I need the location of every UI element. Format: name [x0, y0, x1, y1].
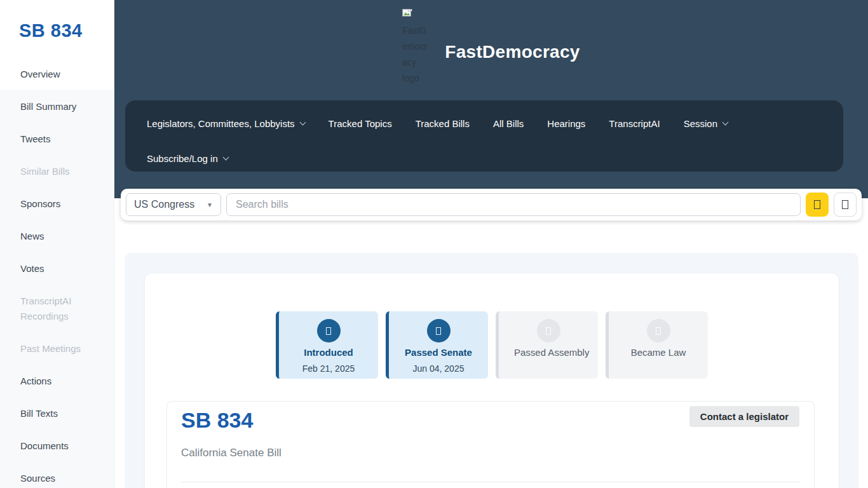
check-icon	[326, 327, 331, 335]
step-date: Feb 21, 2025	[279, 363, 378, 374]
step-status-icon	[427, 319, 451, 342]
nav-transcriptai[interactable]: TranscriptAI	[609, 118, 660, 129]
magnifier-icon	[814, 200, 820, 209]
sidebar-item-sponsors[interactable]: Sponsors	[0, 187, 114, 220]
site-header: FastDemocracy logo FastDemocracy Legisla…	[114, 0, 868, 198]
main-nav: Legislators, Committees, Lobbyists Track…	[125, 100, 843, 172]
sidebar-item-transcriptai-recordings: TranscriptAI Recordings	[0, 285, 114, 332]
chevron-down-icon	[222, 154, 229, 160]
timeline-step-became-law: Became Law	[606, 311, 708, 379]
bill-overview-card: Introduced Feb 21, 2025 Passed Senate Ju…	[145, 273, 839, 488]
sidebar-item-similar-bills: Similar Bills	[0, 155, 114, 187]
logo-alt-text: FastDemocracy logo	[402, 25, 427, 83]
select-arrow-icon: ▼	[207, 201, 213, 208]
logo-row: FastDemocracy logo FastDemocracy	[114, 6, 868, 91]
timeline-step-passed-senate: Passed Senate Jun 04, 2025	[386, 311, 488, 379]
nav-tracked-bills[interactable]: Tracked Bills	[416, 118, 470, 129]
nav-tracked-topics[interactable]: Tracked Topics	[329, 118, 392, 129]
divider	[181, 482, 800, 482]
region-select-value: US Congress	[134, 199, 194, 210]
nav-subscribe-login[interactable]: Subscribe/Log in	[147, 153, 228, 164]
sidebar-item-bill-texts[interactable]: Bill Texts	[0, 397, 114, 430]
clipboard-button[interactable]	[834, 193, 857, 217]
sidebar-item-actions[interactable]: Actions	[0, 365, 114, 397]
bill-detail-card: SB 834 Contact a legislator California S…	[166, 401, 815, 488]
sidebar-item-bill-summary[interactable]: Bill Summary	[0, 90, 114, 123]
search-button[interactable]	[806, 193, 829, 217]
sidebar-nav: Overview Bill Summary Tweets Similar Bil…	[0, 58, 114, 488]
search-input[interactable]	[226, 193, 801, 216]
sidebar-item-past-meetings: Past Meetings	[0, 332, 114, 365]
bill-subtitle: California Senate Bill	[181, 447, 281, 459]
step-status-icon	[537, 319, 560, 342]
brand-title: FastDemocracy	[445, 42, 580, 62]
check-icon	[436, 327, 441, 335]
step-status-icon	[317, 319, 341, 342]
sidebar-item-documents[interactable]: Documents	[0, 430, 114, 462]
nav-session[interactable]: Session	[684, 118, 728, 129]
region-select[interactable]: US Congress ▼	[126, 193, 221, 216]
bill-number-title: SB 834	[181, 408, 253, 433]
contact-legislator-button[interactable]: Contact a legislator	[689, 406, 799, 427]
content-panel: Introduced Feb 21, 2025 Passed Senate Ju…	[125, 253, 858, 488]
bill-search-bar: US Congress ▼	[121, 189, 862, 220]
nav-hearings[interactable]: Hearings	[547, 118, 585, 129]
timeline-step-introduced: Introduced Feb 21, 2025	[276, 311, 378, 379]
broken-logo-image[interactable]: FastDemocracy logo	[402, 6, 429, 91]
sidebar-item-sources[interactable]: Sources	[0, 462, 114, 488]
sidebar-item-votes[interactable]: Votes	[0, 252, 114, 285]
sidebar-bill-title: SB 834	[0, 0, 114, 41]
check-icon	[656, 327, 661, 335]
check-icon	[546, 327, 551, 335]
nav-row-1: Legislators, Committees, Lobbyists Track…	[147, 110, 822, 137]
nav-legislators-committees-lobbyists[interactable]: Legislators, Committees, Lobbyists	[147, 118, 305, 129]
sidebar-item-overview[interactable]: Overview	[0, 58, 114, 90]
bill-progress-timeline: Introduced Feb 21, 2025 Passed Senate Ju…	[145, 311, 839, 379]
sidebar-item-tweets[interactable]: Tweets	[0, 123, 114, 155]
step-status-icon	[647, 319, 670, 342]
clipboard-icon	[842, 200, 848, 209]
step-date: Jun 04, 2025	[389, 363, 488, 374]
chevron-down-icon	[722, 119, 729, 125]
bill-sidebar: SB 834 Overview Bill Summary Tweets Simi…	[0, 0, 114, 488]
chevron-down-icon	[299, 119, 306, 125]
timeline-step-passed-assembly: Passed Assembly	[496, 311, 598, 379]
sidebar-item-news[interactable]: News	[0, 220, 114, 252]
broken-image-icon	[402, 7, 412, 23]
nav-row-2: Subscribe/Log in	[147, 145, 822, 172]
nav-all-bills[interactable]: All Bills	[493, 118, 524, 129]
